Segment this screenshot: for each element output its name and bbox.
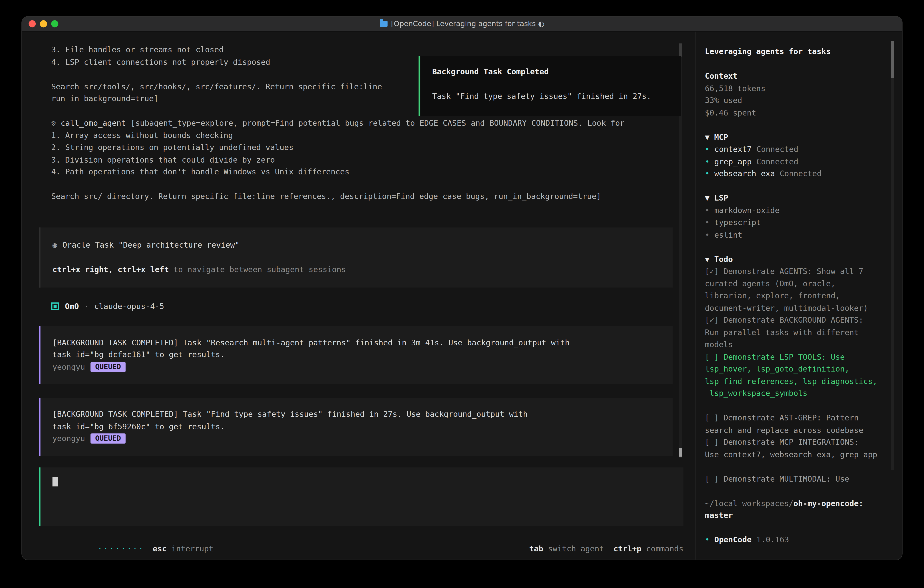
context-spent: $0.46 spent xyxy=(705,107,891,119)
bullet-icon: • xyxy=(705,535,710,544)
task-message: [BACKGROUND TASK COMPLETED] Task "Resear… xyxy=(39,326,673,384)
terminal-line: Search src/ directory. Return specific f… xyxy=(39,190,683,203)
notification-body: Task "Find type safety issues" finished … xyxy=(432,91,669,103)
agent-header: OmO · claude-opus-4-5 xyxy=(39,300,683,312)
todo-item: [✓] Demonstrate AGENTS: Show all 7 curat… xyxy=(705,266,891,314)
agent-model: claude-opus-4-5 xyxy=(94,302,164,311)
oracle-panel: ◉Oracle Task "Deep architecture review" … xyxy=(39,227,673,287)
scrollbar-thumb[interactable] xyxy=(679,448,682,457)
commands-label: commands xyxy=(646,544,683,553)
tab-key: tab xyxy=(529,544,543,553)
prompt-input[interactable]: OmOOpus 4.5Anthropic xyxy=(39,467,683,525)
mcp-item: •context7Connected xyxy=(705,144,891,156)
lsp-item: •typescript xyxy=(705,217,891,229)
agent-icon xyxy=(51,302,59,310)
queued-badge: QUEUED xyxy=(90,433,125,444)
sidebar: Leveraging agents for tasks Context 66,5… xyxy=(695,31,902,560)
gear-icon: ⚙ xyxy=(51,119,56,127)
bullet-icon: • xyxy=(705,218,710,227)
tool-args: [subagent_type=explore, prompt=Find pote… xyxy=(131,119,625,127)
terminal-line: 3. Division operations that could divide… xyxy=(39,154,683,166)
oracle-hint: ctrl+x right, ctrl+x left to navigate be… xyxy=(52,264,661,276)
separator: · xyxy=(84,302,89,311)
lsp-item: •eslint xyxy=(705,229,891,241)
todo-item: [ ] Demonstrate AST-GREP: Pattern search… xyxy=(705,412,891,436)
tool-call-line: ⚙call_omo_agent[subagent_type=explore, p… xyxy=(39,117,683,130)
folder-icon xyxy=(380,21,388,27)
terminal-window: [OpenCode] Leveraging agents for tasks ◐… xyxy=(22,17,902,560)
terminal-line: 4. Path operations that don't handle Win… xyxy=(39,166,683,178)
task-user: yeongyu xyxy=(52,434,85,443)
sidebar-scrollbar[interactable] xyxy=(891,41,894,470)
bullet-icon: • xyxy=(705,145,710,154)
todo-item: [✓] Demonstrate BACKGROUND AGENTS: Run p… xyxy=(705,314,891,351)
mcp-item: •websearch_exaConnected xyxy=(705,168,891,180)
bullet-icon: • xyxy=(705,169,710,178)
interrupt-label: interrupt xyxy=(172,544,213,553)
branch-name: master xyxy=(705,510,891,522)
context-heading: Context xyxy=(705,70,891,83)
queued-badge: QUEUED xyxy=(90,362,125,372)
main-pane: 3. File handles or streams not closed 4.… xyxy=(22,31,696,560)
spinner-dots: ········ xyxy=(94,544,144,553)
oracle-title: Oracle Task "Deep architecture review" xyxy=(62,240,239,249)
tool-name: call_omo_agent xyxy=(61,119,126,127)
scrollbar-thumb[interactable] xyxy=(891,41,894,78)
status-bar: ········escinterrupt tabswitch agentctrl… xyxy=(39,531,683,543)
lsp-item: •markdown-oxide xyxy=(705,205,891,217)
context-used: 33% used xyxy=(705,94,891,107)
text-cursor xyxy=(52,477,58,486)
todo-item: [ ] Demonstrate MCP INTEGRATIONS: Use co… xyxy=(705,436,891,461)
workspace-path: ~/local-workspaces/oh-my-opencode: xyxy=(705,497,891,510)
opencode-version: •OpenCode1.0.163 xyxy=(705,534,891,547)
screen: [OpenCode] Leveraging agents for tasks ◐… xyxy=(0,0,924,588)
window-title: [OpenCode] Leveraging agents for tasks ◐ xyxy=(391,20,544,28)
task-text: [BACKGROUND TASK COMPLETED] Task "Resear… xyxy=(52,337,661,349)
terminal-line: 2. String operations on potentially unde… xyxy=(39,142,683,154)
bullet-icon: • xyxy=(705,206,710,215)
terminal-line xyxy=(39,178,683,190)
task-user: yeongyu xyxy=(52,362,85,371)
lsp-heading[interactable]: ▼ LSP xyxy=(705,192,891,205)
task-text: task_id="bg_dcfac161" to get results. xyxy=(52,349,661,361)
minimize-button[interactable] xyxy=(40,20,47,27)
task-text: task_id="bg_6f59260c" to get results. xyxy=(52,421,661,433)
bullet-icon: • xyxy=(705,157,710,166)
terminal-line: 1. Array access without bounds checking xyxy=(39,130,683,142)
close-button[interactable] xyxy=(29,20,36,27)
zoom-button[interactable] xyxy=(51,20,58,27)
notification-toast: Background Task Completed Task "Find typ… xyxy=(419,56,681,116)
agent-name: OmO xyxy=(65,302,79,311)
input-meta: OmOOpus 4.5Anthropic xyxy=(52,504,672,517)
esc-key: esc xyxy=(153,544,167,553)
terminal-line: 3. File handles or streams not closed xyxy=(39,44,683,56)
todo-item-active: [ ] Demonstrate LSP TOOLS: Use lsp_hover… xyxy=(705,351,891,400)
mcp-item: •grep_appConnected xyxy=(705,156,891,168)
bullet-icon: • xyxy=(705,230,710,239)
session-title: Leveraging agents for tasks xyxy=(705,46,891,58)
notification-title: Background Task Completed xyxy=(432,66,669,78)
task-text: [BACKGROUND TASK COMPLETED] Task "Find t… xyxy=(52,408,661,421)
oracle-icon: ◉ xyxy=(52,240,57,249)
todo-heading[interactable]: ▼ Todo xyxy=(705,253,891,266)
ctrlp-key: ctrl+p xyxy=(614,544,641,553)
task-message: [BACKGROUND TASK COMPLETED] Task "Find t… xyxy=(39,398,673,456)
titlebar[interactable]: [OpenCode] Leveraging agents for tasks ◐ xyxy=(22,17,902,31)
todo-item: [ ] Demonstrate MULTIMODAL: Use xyxy=(705,473,891,485)
scrollbar-segment[interactable] xyxy=(679,43,682,57)
switch-agent-label: switch agent xyxy=(548,544,604,553)
mcp-heading[interactable]: ▼ MCP xyxy=(705,131,891,144)
traffic-lights xyxy=(29,20,58,27)
context-tokens: 66,518 tokens xyxy=(705,83,891,95)
